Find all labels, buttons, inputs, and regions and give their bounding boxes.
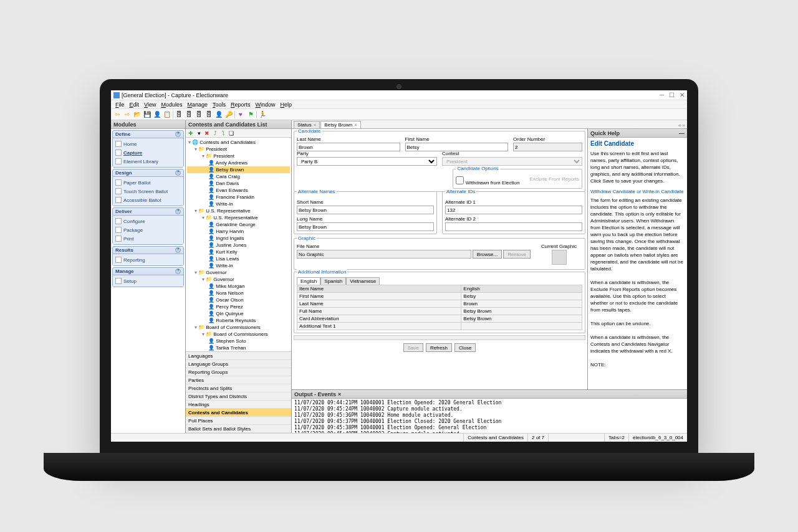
menu-modules[interactable]: Modules	[159, 102, 184, 108]
chevron-up-icon[interactable]: ˄	[175, 131, 181, 137]
table-row[interactable]: Additional Text 1	[297, 323, 582, 330]
altid2-input[interactable]	[445, 222, 582, 231]
tree-candidate[interactable]: 👤 Write-in	[187, 262, 290, 269]
tree-down-icon[interactable]: ▾	[195, 130, 203, 136]
module-item[interactable]: Touch Screen Ballot	[113, 187, 183, 196]
menu-manage[interactable]: Manage	[185, 102, 209, 108]
tree-dn2-icon[interactable]: ⤵	[219, 130, 227, 136]
party-select[interactable]: Party B	[297, 157, 437, 166]
tree-add-icon[interactable]: ✚	[187, 130, 195, 136]
nav-item[interactable]: District Types and Districts	[186, 392, 291, 401]
tb-back-icon[interactable]: ⇦	[113, 110, 122, 119]
tree-dup-icon[interactable]: ❏	[228, 130, 235, 136]
chevron-up-icon[interactable]: ˄	[175, 209, 181, 214]
module-item[interactable]: Home	[113, 140, 183, 148]
menu-view[interactable]: View	[142, 102, 158, 108]
module-item[interactable]: Paper Ballot	[113, 178, 183, 187]
nav-item[interactable]: Languages	[186, 352, 291, 360]
help-link[interactable]: Withdraw Candidate or Write-in Candidate	[590, 188, 685, 195]
tb-flag-icon[interactable]: ⚑	[246, 110, 255, 119]
nav-item[interactable]: Reporting Groups	[186, 368, 291, 376]
close-icon[interactable]: ×	[314, 122, 317, 128]
tree-candidate[interactable]: 👤 Geraldine George	[187, 221, 290, 228]
maximize-button[interactable]: ☐	[669, 92, 675, 98]
tree-candidate[interactable]: 👤 Cara Craig	[187, 173, 290, 180]
lang-tab-vietnamese[interactable]: Vietnamese	[346, 277, 380, 285]
hscrollbar[interactable]	[294, 335, 585, 340]
module-section-header[interactable]: Design˄	[113, 169, 183, 177]
tree-candidate[interactable]: 👤 Tarika Trehan	[187, 344, 290, 351]
tree-candidate[interactable]: 👤 Betsy Brown	[187, 166, 290, 173]
refresh-button[interactable]: Refresh	[426, 343, 452, 352]
nav-item[interactable]: Poll Places	[186, 417, 291, 425]
menu-file[interactable]: File	[113, 102, 127, 108]
module-section-header[interactable]: Manage˄	[113, 268, 183, 275]
nav-item[interactable]: Parties	[186, 376, 291, 384]
tree-candidate[interactable]: 👤 Percy Perez	[187, 303, 290, 310]
table-row[interactable]: First NameBetsy	[297, 293, 582, 300]
withdrawn-checkbox[interactable]	[456, 176, 464, 184]
tab-status[interactable]: Status×	[294, 121, 320, 128]
tree-candidate[interactable]: 👤 Harry Harvin	[187, 228, 290, 235]
chevron-up-icon[interactable]: ˄	[175, 170, 181, 176]
tb-db4-icon[interactable]: 🗄	[204, 110, 213, 119]
tab-candidate[interactable]: Betsy Brown×	[320, 121, 361, 128]
table-row[interactable]: Full NameBetsy Brown	[297, 308, 582, 315]
additional-info-table[interactable]: Item NameEnglish First NameBetsyLast Nam…	[297, 285, 582, 330]
tree-candidate[interactable]: 👤 Andy Andrews	[187, 159, 290, 166]
chevron-up-icon[interactable]: ˄	[175, 268, 181, 274]
tree-candidate[interactable]: 👤 Francine Franklin	[187, 194, 290, 201]
tree-candidate[interactable]: 👤 Roberta Reynolds	[187, 317, 290, 324]
tb-paste-icon[interactable]: 📋	[163, 110, 171, 119]
first-name-input[interactable]	[405, 143, 509, 151]
nav-item[interactable]: Contests and Candidates	[186, 409, 291, 417]
module-section-header[interactable]: Results˄	[113, 247, 183, 254]
lang-tab-english[interactable]: English	[297, 277, 320, 285]
tree-candidate[interactable]: 👤 Write-in	[187, 201, 290, 207]
tree-candidate[interactable]: 👤 Nora Nelson	[187, 290, 290, 297]
nav-item[interactable]: Precincts and Splits	[186, 384, 291, 392]
module-item[interactable]: Accessible Ballot	[113, 196, 183, 204]
tree-candidate[interactable]: 👤 Oscar Olson	[187, 297, 290, 303]
tree-del-icon[interactable]: ✖	[203, 130, 211, 136]
tb-db2-icon[interactable]: 🗄	[185, 110, 193, 119]
table-row[interactable]: Card AbbreviationBetsy Brown	[297, 315, 582, 323]
short-name-input[interactable]	[297, 206, 434, 214]
close-form-button[interactable]: Close	[454, 343, 476, 352]
module-section-header[interactable]: Deliver˄	[113, 208, 183, 216]
module-item[interactable]: Capture	[113, 148, 183, 157]
tree-candidate[interactable]: 👤 Qin Quinyue	[187, 310, 290, 317]
nav-item[interactable]: Headings	[186, 401, 291, 409]
tree-candidate[interactable]: 👤 Evan Edwards	[187, 187, 290, 194]
minimize-button[interactable]: ─	[660, 92, 664, 98]
menu-help[interactable]: Help	[279, 102, 294, 108]
tb-open-icon[interactable]: 📂	[133, 110, 142, 119]
table-row[interactable]: Last NameBrown	[297, 300, 582, 308]
tree-candidate[interactable]: 👤 Mike Morgan	[187, 283, 290, 290]
long-name-input[interactable]	[297, 222, 434, 231]
tb-user-icon[interactable]: 👤	[153, 110, 161, 119]
module-item[interactable]: Element Library	[113, 157, 183, 166]
menu-tools[interactable]: Tools	[211, 102, 228, 108]
lang-tab-spanish[interactable]: Spanish	[320, 277, 346, 285]
altid1-input[interactable]	[445, 206, 582, 214]
menu-window[interactable]: Window	[254, 102, 277, 108]
tree-candidate[interactable]: 👤 Justine Jones	[187, 242, 290, 249]
module-section-header[interactable]: Define˄	[113, 131, 183, 138]
menu-reports[interactable]: Reports	[229, 102, 252, 108]
tb-save-icon[interactable]: 💾	[143, 110, 151, 119]
nav-item[interactable]: Language Groups	[186, 360, 291, 368]
nav-item[interactable]: Ballot Sets and Ballot Styles	[186, 425, 291, 433]
tb-run-icon[interactable]: 🏃	[258, 110, 267, 119]
tb-key-icon[interactable]: 🔑	[224, 110, 233, 119]
tb-fwd-icon[interactable]: ⇨	[123, 110, 132, 119]
module-item[interactable]: Reporting	[113, 255, 183, 264]
browse-button[interactable]: Browse...	[473, 250, 502, 259]
module-item[interactable]: Package	[113, 226, 183, 234]
tb-db1-icon[interactable]: 🗄	[175, 110, 183, 119]
tree-candidate[interactable]: 👤 Stephen Soto	[187, 338, 290, 344]
tree-candidate[interactable]: 👤 Kurt Kelly	[187, 249, 290, 255]
tree-candidate[interactable]: 👤 Dan Davis	[187, 180, 290, 187]
close-icon[interactable]: ×	[354, 122, 357, 128]
tree-candidate[interactable]: 👤 Ingrid Ingalls	[187, 235, 290, 242]
